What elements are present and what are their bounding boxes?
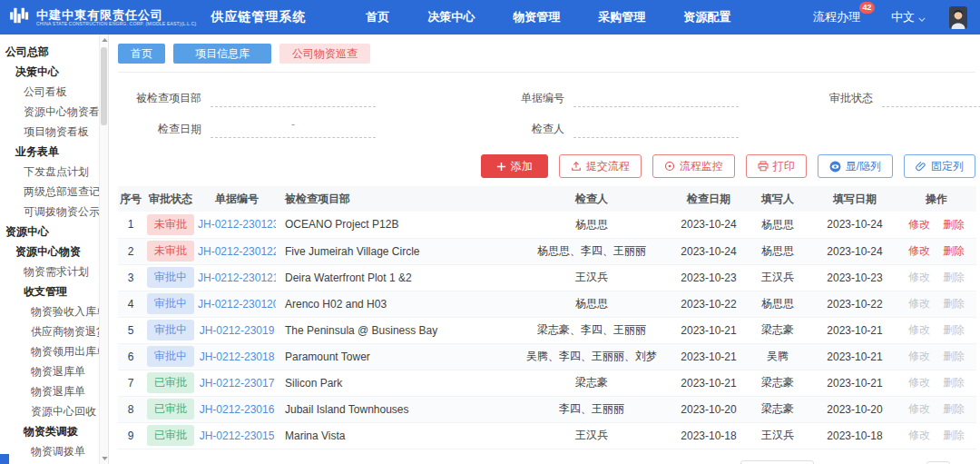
cell-project: Silicon Park	[276, 370, 508, 396]
page-body: 公司总部决策中心公司看板资源中心物资看板项目物资看板业务表单下发盘点计划两级总部…	[0, 35, 980, 464]
sidebar-item[interactable]: 业务表单	[0, 142, 108, 162]
cell-status: 已审批	[143, 422, 198, 449]
doc-no-link[interactable]: JH-0212-23015	[200, 429, 275, 442]
cell-status: 未审批	[143, 238, 198, 264]
cell-write-date: 2023-10-21	[813, 317, 897, 343]
tab-home[interactable]: 首页	[118, 44, 165, 64]
submit-flow-button[interactable]: 提交流程	[559, 154, 642, 178]
status-badge: 未审批	[147, 241, 194, 262]
cell-actions: 修改删除	[897, 396, 976, 422]
inspected-project-label: 被检查项目部	[118, 89, 201, 107]
sidebar-item[interactable]: 物资退库单	[0, 361, 108, 381]
page-size-select[interactable]: 10条/页	[740, 460, 814, 464]
sidebar-item[interactable]: 物资验收入库单	[0, 301, 108, 321]
show-hide-columns-button[interactable]: 显/隐列	[818, 154, 893, 178]
sidebar-item[interactable]: 资源中心回收	[0, 401, 108, 421]
sidebar-item[interactable]: 项目物资看板	[0, 122, 108, 142]
scroll-up-icon[interactable]	[100, 35, 109, 44]
add-button[interactable]: 添加	[481, 154, 548, 178]
approval-status-select[interactable]	[882, 89, 980, 107]
table-row: 7已审批JH-0212-23017Silicon Park梁志豪2023-10-…	[118, 370, 976, 396]
main-nav: 首页决策中心物资管理采购管理资源配置	[366, 9, 730, 25]
sidebar-item[interactable]: 物资领用出库单	[0, 341, 108, 361]
delete-action: 删除	[943, 376, 965, 389]
doc-no-link[interactable]: JH-0212-23019	[200, 324, 275, 337]
tab-company-material-inspection[interactable]: 公司物资巡查	[279, 44, 370, 64]
doc-no-link[interactable]: JH-0212-23018	[200, 350, 275, 363]
sidebar-item[interactable]: 公司看板	[0, 82, 108, 102]
cell-writer: 杨思思	[742, 238, 813, 264]
inspect-date-range-input[interactable]: -	[211, 120, 376, 138]
nav-item-decision-center[interactable]: 决策中心	[427, 9, 475, 25]
goto-page-input[interactable]	[926, 461, 950, 464]
edit-action[interactable]: 修改	[908, 244, 930, 257]
doc-no-link[interactable]: JH-0212-23017	[200, 377, 275, 390]
sidebar-item[interactable]: 下发盘点计划	[0, 162, 108, 182]
print-button[interactable]: 打印	[746, 154, 807, 178]
table-header-row: 序号 审批状态 单据编号 被检查项目部 检查人 检查日期 填写人 填写日期 操作	[118, 186, 976, 212]
toolbar: 添加提交流程流程监控打印显/隐列固定列	[118, 154, 975, 178]
scrollbar-thumb[interactable]	[101, 47, 107, 125]
cell-doc-no: JH-0212-23016	[198, 396, 276, 422]
cell-inspect-date: 2023-10-24	[675, 212, 742, 238]
sidebar-scrollbar[interactable]	[99, 35, 108, 464]
nav-item-home[interactable]: 首页	[366, 9, 389, 25]
delete-action[interactable]: 删除	[943, 218, 965, 231]
cell-no: 2	[118, 238, 143, 264]
doc-no-link[interactable]: JH-0212-230121	[198, 271, 276, 284]
cell-inspector: 杨思思	[508, 291, 675, 317]
doc-no-link[interactable]: JH-0212-230120	[198, 298, 276, 311]
doc-no-link[interactable]: JH-0212-230123	[198, 218, 276, 231]
sidebar-item[interactable]: 两级总部巡查记录	[0, 182, 108, 202]
sidebar-item[interactable]: 物资类调拨	[0, 421, 108, 441]
fixed-columns-button[interactable]: 固定列	[904, 154, 975, 178]
edit-action[interactable]: 修改	[908, 218, 930, 231]
sidebar-item[interactable]: 可调拨物资公示	[0, 202, 108, 222]
flow-monitor-button[interactable]: 流程监控	[652, 154, 735, 178]
cell-write-date: 2023-10-21	[813, 343, 897, 370]
cell-actions: 修改删除	[897, 264, 976, 291]
sidebar-item[interactable]: 决策中心	[0, 62, 108, 82]
sidebar-item[interactable]: 物资调拨单	[0, 441, 108, 461]
cell-write-date: 2023-10-22	[813, 291, 897, 317]
header-right: 流程办理 42 中文	[813, 6, 967, 29]
doc-no-link[interactable]: JH-0212-230122	[198, 245, 276, 258]
plus-icon	[496, 162, 506, 172]
avatar[interactable]	[949, 6, 967, 29]
table-row: 6审批中JH-0212-23018Paramount Tower吴腾、李四、王丽…	[118, 343, 976, 370]
sidebar-item[interactable]: 物资退库单	[0, 381, 108, 401]
cell-project: Deira Waterfront Plot 1 &2	[276, 264, 508, 291]
inspected-project-input[interactable]	[211, 89, 376, 107]
process-center-link[interactable]: 流程办理 42	[813, 9, 860, 25]
language-switcher[interactable]: 中文	[891, 9, 926, 25]
doc-no-link[interactable]: JH-0212-23016	[200, 403, 275, 416]
cell-status: 审批中	[143, 264, 198, 291]
status-badge: 已审批	[147, 425, 194, 446]
nav-item-resource-config[interactable]: 资源配置	[683, 9, 730, 25]
sidebar-item[interactable]: 物资需求计划	[0, 262, 108, 281]
cell-status: 已审批	[143, 396, 198, 422]
scroll-down-icon[interactable]	[100, 454, 109, 463]
nav-item-material-mgmt[interactable]: 物资管理	[513, 9, 560, 25]
sidebar-item[interactable]: 资源中心	[0, 222, 108, 242]
cell-status: 未审批	[143, 212, 198, 238]
cell-no: 5	[118, 317, 143, 343]
delete-action: 删除	[943, 402, 965, 415]
sidebar-item[interactable]: 资源中心物资	[0, 242, 108, 262]
cell-status: 审批中	[143, 317, 198, 343]
sidebar-item[interactable]: 供应商物资退货单	[0, 321, 108, 341]
sidebar-item[interactable]: 公司总部	[0, 42, 108, 62]
company-name: 中建中東有限责任公司	[36, 9, 196, 21]
cell-doc-no: JH-0212-23017	[198, 370, 276, 396]
nav-item-procurement-mgmt[interactable]: 采购管理	[598, 9, 645, 25]
status-badge: 审批中	[147, 320, 194, 341]
cell-doc-no: JH-0212-23019	[198, 317, 276, 343]
doc-no-input[interactable]	[573, 89, 739, 107]
sidebar-item[interactable]: 收支管理	[0, 281, 108, 301]
table-row: 4审批中JH-0212-230120Arenco H02 and H03杨思思2…	[118, 291, 976, 317]
company-name-en: CHINA STATE CONSTRUCTION ENGRG. CORP. (M…	[36, 21, 196, 26]
inspector-input[interactable]	[573, 120, 739, 138]
tab-project-info-library[interactable]: 项目信息库	[173, 44, 271, 64]
delete-action[interactable]: 删除	[943, 244, 965, 257]
sidebar-item[interactable]: 资源中心物资看板	[0, 102, 108, 122]
